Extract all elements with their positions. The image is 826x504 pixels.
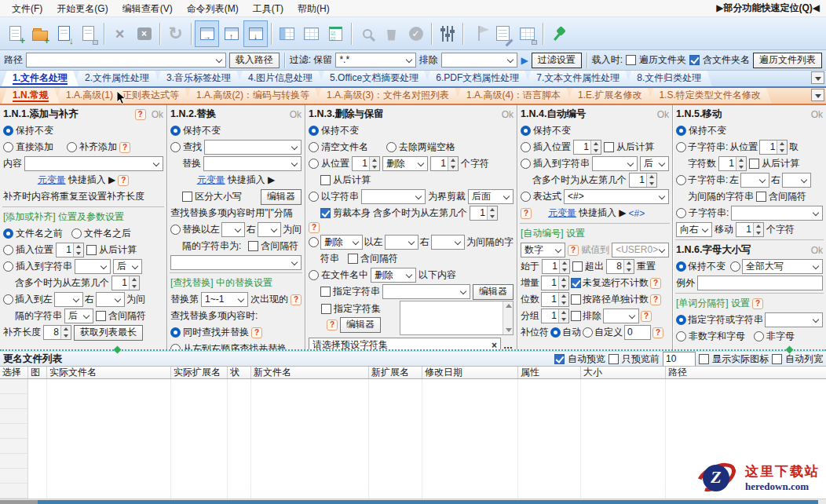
skip-unchecked-checkbox[interactable] <box>571 278 581 288</box>
apply-filter-icon[interactable] <box>521 55 528 66</box>
tab-file-attributes[interactable]: 2.文件属性处理 <box>74 71 160 86</box>
scrollbar-thumb[interactable] <box>38 500 818 504</box>
refresh-icon[interactable] <box>163 20 188 47</box>
menu-tools[interactable]: 工具(T) <box>246 0 291 17</box>
layout-right-panel-icon[interactable] <box>195 20 219 47</box>
specify-charset-checkbox[interactable] <box>321 304 331 314</box>
position-combo[interactable]: 后 <box>640 156 669 171</box>
nth-stepper[interactable]: 1 <box>111 276 140 290</box>
radio-substring-literal[interactable] <box>676 208 686 218</box>
number-type-combo[interactable]: 数字 <box>521 243 565 257</box>
tab-text-attributes[interactable]: 7.文本文件属性处理 <box>525 71 630 86</box>
assign-combo[interactable]: <USER0> <box>612 243 669 257</box>
help-icon[interactable]: ? <box>652 327 663 338</box>
radio-before-name[interactable] <box>3 228 13 239</box>
column-header-path[interactable]: 路径 <box>666 367 826 378</box>
charset-editor-button[interactable]: 编辑器 <box>340 317 381 333</box>
editor-button[interactable]: 编辑器 <box>261 189 302 205</box>
subtab-general[interactable]: 1.N.常规 <box>2 88 60 104</box>
add-folder-icon[interactable] <box>27 20 52 47</box>
radio-insert-pos[interactable] <box>3 245 13 255</box>
tab-file-classify[interactable]: 8.文件归类处理 <box>626 71 712 86</box>
radio-non-alpha[interactable] <box>754 331 764 341</box>
traverse-folders-checkbox[interactable] <box>626 55 636 65</box>
tab-pdf-attributes[interactable]: 6.PDF文档属性处理 <box>425 71 530 86</box>
subtab-specific-types[interactable]: 1.S.特定类型文件名修改 <box>648 88 771 104</box>
flag-marker-icon[interactable] <box>466 20 491 47</box>
auto-preview-checkbox[interactable] <box>554 354 565 364</box>
column-header-size[interactable]: 大小 <box>581 367 666 378</box>
delete-mode-combo[interactable]: 删除 <box>382 156 428 171</box>
help-icon[interactable]: ? <box>291 294 302 305</box>
layout-top-panel-icon[interactable] <box>219 20 243 47</box>
radio-substring-between[interactable] <box>676 175 686 185</box>
filter-settings-button[interactable]: 过滤设置 <box>532 53 582 68</box>
preview-count-input[interactable]: 10 <box>663 352 696 367</box>
from-end-checkbox[interactable] <box>320 175 331 185</box>
radio-delete-between[interactable] <box>309 237 319 247</box>
horizontal-scrollbar[interactable] <box>0 499 826 504</box>
metavar-link[interactable]: 元变量 <box>548 206 576 220</box>
radio-clear-name[interactable] <box>309 142 319 152</box>
radio-expression[interactable] <box>521 192 531 202</box>
clear-preset-icon[interactable]: × <box>492 340 497 350</box>
radio-keep[interactable] <box>3 126 13 136</box>
traverse-file-list-button[interactable]: 遍历文件列表 <box>753 53 822 68</box>
subtab-advanced4-script[interactable]: 1.A.高级(4)：语言脚本 <box>455 88 572 104</box>
left-sep-combo[interactable] <box>740 173 769 188</box>
load-path-button[interactable]: 载入路径 <box>229 53 280 68</box>
auto-column-width-checkbox[interactable] <box>772 354 782 364</box>
radio-keep[interactable] <box>309 126 319 136</box>
radio-keep-case[interactable] <box>676 261 686 272</box>
menu-help[interactable]: 帮助(H) <box>291 0 337 17</box>
radio-keep[interactable] <box>521 126 531 136</box>
replace-combo[interactable] <box>203 156 302 171</box>
charset-scrollbar[interactable] <box>503 301 513 334</box>
layout-grid-icon[interactable] <box>299 20 323 47</box>
metavar-link[interactable]: 元变量 <box>197 173 225 187</box>
column-header-new-name[interactable]: 新文件名 <box>251 367 369 378</box>
radio-direct-add[interactable] <box>3 142 13 152</box>
column-header-icon[interactable]: 图标 <box>28 367 47 378</box>
radio-insert-between[interactable] <box>3 294 13 305</box>
start-stepper[interactable]: 1 <box>542 259 570 274</box>
case-sensitive-checkbox[interactable] <box>182 192 192 202</box>
menu-start-rename[interactable]: 开始更名(G) <box>49 0 115 17</box>
radio-from-position[interactable] <box>309 159 319 169</box>
export-table-icon[interactable] <box>515 20 539 47</box>
custom-pad-input[interactable]: 0 <box>624 325 651 340</box>
path-combo[interactable] <box>26 53 226 68</box>
between-mode-combo[interactable]: 删除 <box>320 235 363 250</box>
layout-checklist-icon[interactable] <box>323 20 348 47</box>
radio-replace-between[interactable] <box>170 225 181 235</box>
help-icon[interactable]: ? <box>650 278 661 289</box>
include-sep-checkbox[interactable] <box>96 311 106 321</box>
radio-in-filename[interactable] <box>309 270 319 280</box>
radio-change-case[interactable] <box>730 261 740 272</box>
radio-simultaneous[interactable] <box>170 327 181 338</box>
column-header-select[interactable]: 选择 <box>0 367 28 378</box>
radio-non-alnum[interactable] <box>676 331 686 341</box>
substring-combo[interactable] <box>731 206 823 221</box>
filter-keep-combo[interactable]: *.* <box>335 53 415 68</box>
apply-check-icon[interactable] <box>404 20 428 47</box>
get-longest-button[interactable]: 获取列表最长 <box>74 325 143 341</box>
insert-pos-stepper[interactable]: 1 <box>573 140 601 155</box>
tab-filename[interactable]: 1.文件名处理 <box>2 71 79 86</box>
from-pos-stepper[interactable]: 1 <box>759 140 788 155</box>
specify-string-checkbox[interactable] <box>320 287 331 297</box>
menu-command-list[interactable]: 命令列表(M) <box>180 0 246 17</box>
group-stepper[interactable]: 1 <box>541 309 569 323</box>
expression-combo[interactable]: <#> <box>564 189 669 204</box>
right-sep-combo[interactable] <box>782 173 811 188</box>
radio-substring-pos[interactable] <box>676 142 686 152</box>
insert-pos-stepper[interactable]: 1 <box>56 243 84 257</box>
show-icons-checkbox[interactable] <box>699 354 709 364</box>
menu-edit-view[interactable]: 编辑查看(V) <box>115 0 180 17</box>
insert-string-combo[interactable] <box>592 156 638 171</box>
subtab-advanced2-encoding[interactable]: 1.A.高级(2)：编码与转换等 <box>185 88 320 104</box>
menu-file[interactable]: 文件(F) <box>5 0 49 17</box>
left-sep-combo[interactable] <box>385 235 418 250</box>
radio-sequential[interactable] <box>170 344 181 349</box>
increment-stepper[interactable]: 1 <box>541 276 569 290</box>
